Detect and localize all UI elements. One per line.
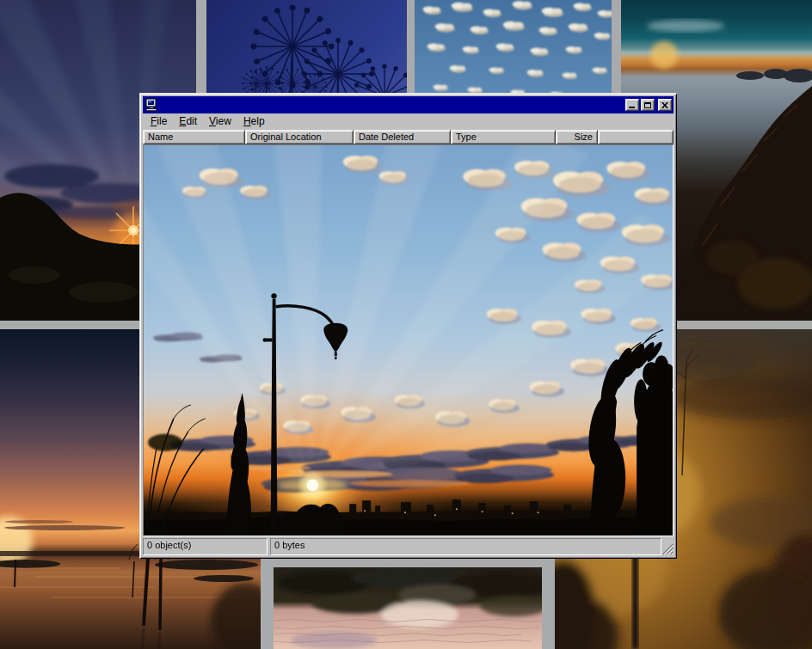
title-bar[interactable] — [143, 96, 674, 113]
resize-grip-icon[interactable] — [662, 543, 674, 554]
desktop: { "colors": { "titlebar": "#000096", "ch… — [0, 0, 812, 649]
menu-edit[interactable]: Edit — [173, 114, 203, 129]
computer-icon[interactable] — [145, 98, 158, 112]
maximize-icon — [644, 102, 651, 108]
sunset-streetlamp-photo — [144, 145, 673, 536]
column-header-row: Name Original Location Date Deleted Type… — [143, 130, 674, 144]
menu-bar: File Edit View Help — [143, 113, 674, 130]
recycle-bin-window: File Edit View Help Name Original Locati… — [139, 93, 677, 559]
maximize-button[interactable] — [641, 99, 655, 111]
column-header-name[interactable]: Name — [143, 130, 245, 144]
column-header-date-deleted[interactable]: Date Deleted — [354, 130, 451, 144]
column-header-type[interactable]: Type — [451, 130, 556, 144]
close-icon — [661, 102, 668, 108]
column-header-size[interactable]: Size — [556, 130, 598, 144]
menu-help[interactable]: Help — [237, 114, 271, 129]
column-header-filler — [598, 130, 674, 144]
minimize-button[interactable] — [625, 99, 639, 111]
wallpaper-tile-water-reflection — [274, 567, 542, 649]
status-bar: 0 object(s) 0 bytes — [143, 536, 674, 555]
status-byte-count: 0 bytes — [270, 538, 661, 555]
status-object-count: 0 object(s) — [143, 538, 268, 555]
file-list-viewport — [143, 144, 674, 536]
menu-view[interactable]: View — [203, 114, 237, 129]
menu-file[interactable]: File — [145, 114, 173, 129]
minimize-icon — [629, 107, 635, 108]
close-button[interactable] — [658, 99, 672, 111]
column-header-original-location[interactable]: Original Location — [245, 130, 354, 144]
